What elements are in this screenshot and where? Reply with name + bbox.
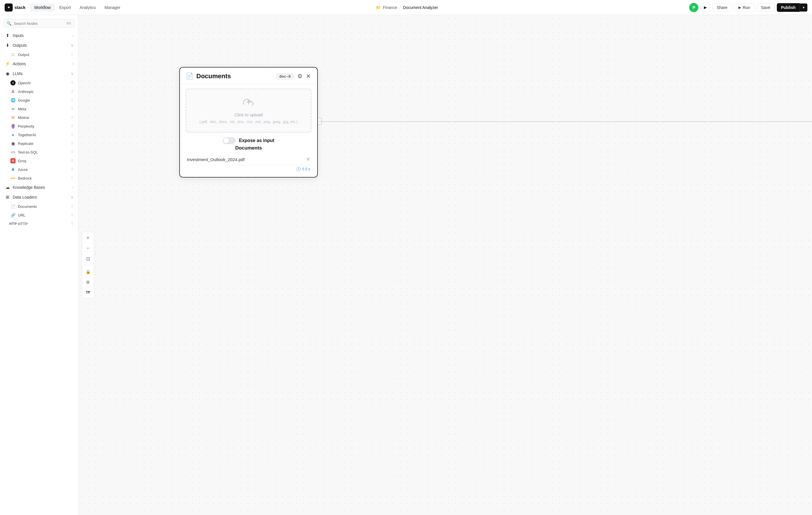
meta-drag-handle: ⠿ <box>71 107 74 111</box>
upload-area[interactable]: Click to upload (.pdf, .doc, .docx, .txt… <box>186 89 312 133</box>
doc-file-remove-0[interactable]: ✕ <box>306 156 310 163</box>
logo-icon: ✦ <box>5 3 13 11</box>
knowledge-bases-chevron: › <box>72 185 74 189</box>
sidebar-item-groq[interactable]: 9 Groq ⠿ <box>0 157 78 165</box>
toggle-knob <box>224 138 229 143</box>
upload-formats-text: (.pdf, .doc, .docx, .txt, .xlsx, .csv, .… <box>200 119 298 124</box>
inputs-chevron: › <box>72 33 74 37</box>
tab-analytics[interactable]: Analytics <box>76 3 100 11</box>
grid-tool[interactable]: ⊞ <box>83 277 92 287</box>
expose-input-label: Expose as input <box>239 138 274 143</box>
avatar: P <box>689 3 698 12</box>
node-title: Documents <box>196 73 273 80</box>
search-input[interactable] <box>14 21 64 26</box>
inputs-icon: ⬆ <box>5 33 10 38</box>
data-loaders-icon: ⊞ <box>5 194 10 200</box>
mistral-icon: M <box>10 115 16 120</box>
doc-file-name-0: Investment_Outlook_2024.pdf <box>187 157 306 162</box>
sidebar: 🔍 ⌘K ⬆ Inputs › ⬇ Outputs ∨ □ Output ⠿ ⚡… <box>0 15 79 515</box>
connector-line <box>318 121 812 122</box>
output-icon: □ <box>10 52 16 57</box>
openai-icon: ✦ <box>10 80 16 85</box>
sidebar-item-azure[interactable]: A Azure ⠿ <box>0 165 78 174</box>
azure-drag-handle: ⠿ <box>71 167 74 171</box>
breadcrumb: 📁 Finance / Document Analyzer <box>126 5 687 10</box>
sidebar-item-http[interactable]: HTTP HTTP ⠿ <box>0 219 78 228</box>
actions-chevron: › <box>72 62 74 66</box>
map-tool[interactable]: 🗺 <box>83 288 92 297</box>
breadcrumb-page: Document Analyzer <box>403 5 438 10</box>
documents-node: 📄 Documents doc-0 ⚙ ✕ Cl <box>179 67 318 178</box>
publish-main[interactable]: Publish <box>777 3 800 12</box>
sidebar-item-data-loaders[interactable]: ⊞ Data Loaders ∨ <box>0 192 78 202</box>
node-settings-button[interactable]: ⚙ <box>297 72 303 80</box>
tab-export[interactable]: Export <box>55 3 75 11</box>
search-shortcut: ⌘K <box>66 22 71 25</box>
search-icon: 🔍 <box>7 21 11 26</box>
play-icon-button[interactable]: ▶ <box>701 3 710 12</box>
node-header: 📄 Documents doc-0 ⚙ ✕ <box>180 67 317 84</box>
zoom-in-tool[interactable]: + <box>83 233 92 243</box>
fit-tool[interactable]: ⊡ <box>83 254 92 263</box>
sidebar-item-url[interactable]: 🔗 URL ⠿ <box>0 211 78 219</box>
google-icon: 🌐 <box>10 98 16 103</box>
node-body: Click to upload (.pdf, .doc, .docx, .txt… <box>180 84 317 177</box>
data-loaders-chevron: ∨ <box>71 195 74 199</box>
sidebar-item-text-to-sql[interactable]: </> Text-to-SQL ⠿ <box>0 148 78 157</box>
togetherai-drag-handle: ⠿ <box>71 133 74 137</box>
sidebar-item-mistral[interactable]: M Mistral ⠿ <box>0 113 78 122</box>
canvas-toolbar: + − ⊡ 🔒 ⊞ 🗺 <box>82 232 94 298</box>
meta-icon: ∞ <box>10 106 16 111</box>
sidebar-item-perplexity[interactable]: 🔮 Perplexity ⠿ <box>0 122 78 131</box>
sidebar-item-outputs[interactable]: ⬇ Outputs ∨ <box>0 40 78 50</box>
sidebar-item-actions[interactable]: ⚡ Actions › <box>0 59 78 69</box>
sidebar-item-knowledge-bases[interactable]: ☁ Knowledge Bases › <box>0 183 78 192</box>
nav-right-actions: P ▶ Share ▶ Run Save Publish ▾ <box>689 3 807 12</box>
timer-clock-icon: 🕐 <box>296 167 301 171</box>
save-button[interactable]: Save <box>757 3 775 12</box>
sidebar-item-anthropic[interactable]: A Anthropic ⠿ <box>0 87 78 96</box>
zoom-out-tool[interactable]: − <box>83 244 92 253</box>
search-box[interactable]: 🔍 ⌘K <box>3 19 75 28</box>
tab-manager[interactable]: Manager <box>100 3 124 11</box>
timer-badge: 🕐 5.5 s <box>186 165 312 172</box>
sidebar-item-bedrock[interactable]: aws Bedrock ⠿ <box>0 174 78 183</box>
bedrock-drag-handle: ⠿ <box>71 176 74 180</box>
node-close-button[interactable]: ✕ <box>306 72 312 80</box>
http-drag-handle: ⠿ <box>71 222 74 226</box>
node-doc-icon: 📄 <box>186 73 194 80</box>
replicate-icon: ▣ <box>10 141 16 146</box>
sidebar-item-meta[interactable]: ∞ Meta ⠿ <box>0 105 78 113</box>
sidebar-item-documents[interactable]: 📄 Documents ⠿ <box>0 202 78 211</box>
sidebar-item-togetherai[interactable]: ● TogetherAI ⠿ <box>0 131 78 139</box>
tab-workflow[interactable]: Workflow <box>30 3 55 11</box>
timer-value: 5.5 s <box>302 167 310 171</box>
sidebar-item-replicate[interactable]: ▣ Replicate ⠿ <box>0 139 78 148</box>
run-play-icon: ▶ <box>738 5 741 9</box>
canvas[interactable]: + − ⊡ 🔒 ⊞ 🗺 📄 Documents doc-0 ⚙ ✕ <box>79 15 812 515</box>
groq-drag-handle: ⠿ <box>71 159 74 163</box>
sidebar-item-google[interactable]: 🌐 Google ⠿ <box>0 96 78 105</box>
tool-sep-1 <box>83 265 92 265</box>
url-icon: 🔗 <box>10 213 16 218</box>
togetherai-icon: ● <box>10 132 16 137</box>
text-to-sql-drag-handle: ⠿ <box>71 150 74 154</box>
lock-tool[interactable]: 🔒 <box>83 267 92 276</box>
url-drag-handle: ⠿ <box>71 213 74 217</box>
upload-cloud-icon <box>243 97 254 110</box>
sidebar-item-output[interactable]: □ Output ⠿ <box>0 50 78 59</box>
doc-file-row-0: Investment_Outlook_2024.pdf ✕ <box>186 154 312 165</box>
expose-input-toggle[interactable] <box>223 137 236 144</box>
sidebar-item-inputs[interactable]: ⬆ Inputs › <box>0 31 78 40</box>
text-to-sql-icon: </> <box>10 150 16 155</box>
breadcrumb-folder: Finance <box>383 5 397 10</box>
knowledge-bases-icon: ☁ <box>5 185 10 190</box>
publish-dropdown-arrow[interactable]: ▾ <box>800 3 807 11</box>
publish-button[interactable]: Publish ▾ <box>777 3 807 12</box>
sidebar-item-llms[interactable]: ◉ LLMs ∨ <box>0 69 78 79</box>
azure-icon: A <box>10 167 16 172</box>
run-button[interactable]: ▶ Run <box>734 3 755 12</box>
sidebar-item-openai[interactable]: ✦ OpenAI ⠿ <box>0 79 78 87</box>
expose-input-row: Expose as input <box>186 137 312 144</box>
share-button[interactable]: Share <box>712 3 731 12</box>
